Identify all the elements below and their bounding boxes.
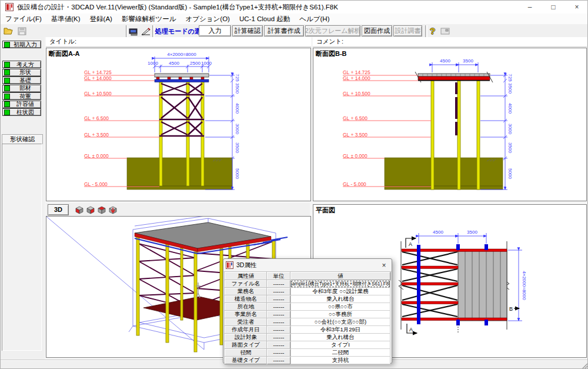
maximize-button[interactable]: □ bbox=[542, 1, 565, 14]
menu-bar: ファイル(F) 基準値(K) 登録(A) 影響線解析ツール オプション(O) U… bbox=[1, 14, 588, 25]
close-button[interactable]: × bbox=[565, 1, 588, 14]
view-cube-right-icon[interactable] bbox=[85, 205, 95, 215]
table-row[interactable]: 作成年月日 ------ 令和3年1月29日 bbox=[225, 326, 390, 334]
app-window: 仮設構台の設計・3DCAD Ver.11(Viewer版) (Standard版… bbox=[0, 0, 588, 369]
open-file-icon[interactable] bbox=[3, 26, 15, 36]
sidebar-empty-panel bbox=[2, 144, 42, 351]
mode-input-button[interactable]: 入力 bbox=[199, 25, 231, 36]
view-cube-buttons bbox=[74, 205, 118, 215]
gl-label: GL - 5.000 bbox=[84, 181, 108, 187]
sidebar-item-allowable[interactable]: 許容値 bbox=[2, 101, 41, 108]
menu-help[interactable]: ヘルプ(H) bbox=[295, 15, 334, 24]
table-header-row: 属性値 単位 値 bbox=[225, 272, 390, 280]
braces bbox=[159, 84, 204, 136]
sidebar-item-shape[interactable]: 形状 bbox=[2, 69, 41, 77]
window-title: 仮設構台の設計・3DCAD Ver.11(Viewer版) (Standard版… bbox=[17, 3, 338, 12]
drawing-tool-icon[interactable] bbox=[140, 26, 152, 36]
section-bb-panel[interactable]: 断面図B-B bbox=[313, 48, 587, 201]
tab-shape-check[interactable]: 形状確認 bbox=[2, 134, 43, 144]
dim: 4500 bbox=[440, 58, 450, 64]
sidebar-item-boring-log[interactable]: 柱状図 bbox=[2, 108, 41, 116]
deck-plan bbox=[458, 250, 507, 321]
section-bb-drawing: GL + 14.725 GL + 14.000 GL + 10.500 GL +… bbox=[313, 48, 586, 200]
dialog-icon bbox=[226, 261, 233, 269]
table-row[interactable]: 構造物名 ------ 乗入れ構台 bbox=[225, 295, 390, 303]
dialog-title: 3D属性 bbox=[236, 261, 379, 270]
form-window-icon[interactable] bbox=[439, 26, 451, 36]
mode-report-button[interactable]: 計算書作成 bbox=[264, 25, 304, 36]
view-cube-bottom-icon[interactable] bbox=[107, 205, 118, 215]
menu-influence-line-tool[interactable]: 影響線解析ツール bbox=[117, 15, 181, 24]
view-cube-top-icon[interactable] bbox=[96, 205, 106, 215]
window-controls: – □ × bbox=[518, 1, 588, 14]
dialog-close-icon[interactable]: × bbox=[379, 261, 389, 270]
title-field-label: タイトル: bbox=[46, 37, 311, 47]
table-row[interactable]: 業務名 ------ 令和3年度 ○○設計業務 bbox=[225, 288, 390, 295]
section-aa-panel[interactable]: 断面図A-A bbox=[46, 48, 311, 201]
vdim: 4000 bbox=[235, 103, 240, 114]
mode-drawing-button[interactable]: 図面作成 bbox=[362, 25, 392, 36]
attributes-dialog: 3D属性 × 属性値 単位 値 ファイル名 ------ Sample1(構台T… bbox=[223, 258, 392, 364]
gl-label: GL + 14.000 bbox=[343, 75, 370, 81]
vdim: 725 bbox=[507, 74, 513, 82]
gl-label: GL - 5.000 bbox=[343, 181, 366, 187]
gl-label: GL + 3.500 bbox=[84, 132, 109, 138]
table-row[interactable]: ファイル名 ------ Sample1(構台Type1+支持杭+期限付きS61… bbox=[225, 280, 390, 288]
save-icon[interactable] bbox=[16, 26, 28, 36]
gl-label: GL + 6.500 bbox=[343, 115, 368, 121]
dialog-title-bar[interactable]: 3D属性 × bbox=[223, 259, 392, 272]
vdim: 5000 bbox=[235, 168, 240, 179]
status-square-icon bbox=[4, 69, 10, 75]
table-row[interactable]: 設計対象 ------ 乗入れ構台 bbox=[225, 334, 390, 341]
vdim: 3500 bbox=[507, 142, 513, 153]
vdim: 725 bbox=[235, 74, 240, 82]
vdim: 3500 bbox=[507, 83, 513, 94]
top-dims bbox=[432, 62, 478, 72]
status-square-icon bbox=[4, 94, 10, 99]
status-square-icon bbox=[4, 109, 10, 115]
vdim: 4×2000=8000 bbox=[522, 271, 527, 300]
gl-label: GL + 3.500 bbox=[343, 132, 368, 138]
vdim: 5000 bbox=[507, 168, 513, 179]
plot-device-icon[interactable] bbox=[128, 26, 140, 36]
table-row[interactable]: 所在地 ------ ○○県○○市 bbox=[225, 303, 390, 311]
plan-title: 平面図 bbox=[316, 206, 335, 215]
menu-uc1-cloud[interactable]: UC-1 Cloud 起動 bbox=[235, 15, 295, 24]
sidebar-item-initial-input[interactable]: 初期入力 bbox=[2, 41, 41, 48]
gl-label: GL + 14.725 bbox=[84, 69, 112, 75]
title-bar: 仮設構台の設計・3DCAD Ver.11(Viewer版) (Standard版… bbox=[1, 1, 588, 14]
sidebar-item-foundation[interactable]: 基礎 bbox=[2, 77, 41, 84]
minimize-button[interactable]: – bbox=[518, 1, 542, 14]
view3d-button[interactable]: 3D bbox=[48, 204, 69, 215]
dim: 4500 bbox=[169, 61, 179, 66]
table-row[interactable]: 受注者 ------ ○○会社(○○支店○○部) bbox=[225, 318, 390, 326]
table-row[interactable]: 径間 ------ 二径間 bbox=[225, 349, 390, 357]
mode-calc-check-button[interactable]: 計算確認 bbox=[232, 25, 263, 36]
menu-file[interactable]: ファイル(F) bbox=[1, 15, 46, 24]
vdim: 3000 bbox=[235, 124, 240, 134]
dim: 3500 bbox=[463, 58, 473, 64]
status-square-icon bbox=[4, 42, 10, 48]
table-row[interactable]: 路面タイプ ------ タイプI bbox=[225, 341, 390, 349]
section-aa-title: 断面図A-A bbox=[49, 49, 80, 58]
view3d-toolbar: 3D bbox=[46, 203, 310, 216]
help-icon[interactable]: ? bbox=[430, 26, 435, 36]
sidebar-item-members[interactable]: 部材 bbox=[2, 85, 41, 92]
sidebar-item-loads[interactable]: 荷重 bbox=[2, 92, 41, 100]
menu-standards[interactable]: 基準値(K) bbox=[46, 15, 85, 24]
gl-label: GL ± 0.000 bbox=[84, 153, 109, 159]
gl-label: GL + 10.500 bbox=[343, 91, 370, 97]
status-square-icon bbox=[4, 85, 10, 91]
menu-register[interactable]: 登録(A) bbox=[85, 15, 117, 24]
table-row[interactable]: 基礎タイプ ------ 支持杭 bbox=[225, 357, 390, 364]
dim: 4500 bbox=[433, 230, 443, 235]
bearings bbox=[156, 77, 204, 79]
table-row[interactable]: 事業所名 ------ ○○事務所 bbox=[225, 311, 390, 318]
resize-grip[interactable] bbox=[580, 362, 588, 369]
menu-options[interactable]: オプション(O) bbox=[181, 15, 235, 24]
view-cube-left-icon[interactable] bbox=[74, 205, 84, 215]
toolbar-separator bbox=[425, 25, 427, 37]
dim: 3500 bbox=[467, 230, 477, 235]
mode-2d-frame-button: 2次元フレーム解析 bbox=[305, 25, 360, 36]
sidebar-item-approach[interactable]: 考え方 bbox=[2, 61, 41, 68]
